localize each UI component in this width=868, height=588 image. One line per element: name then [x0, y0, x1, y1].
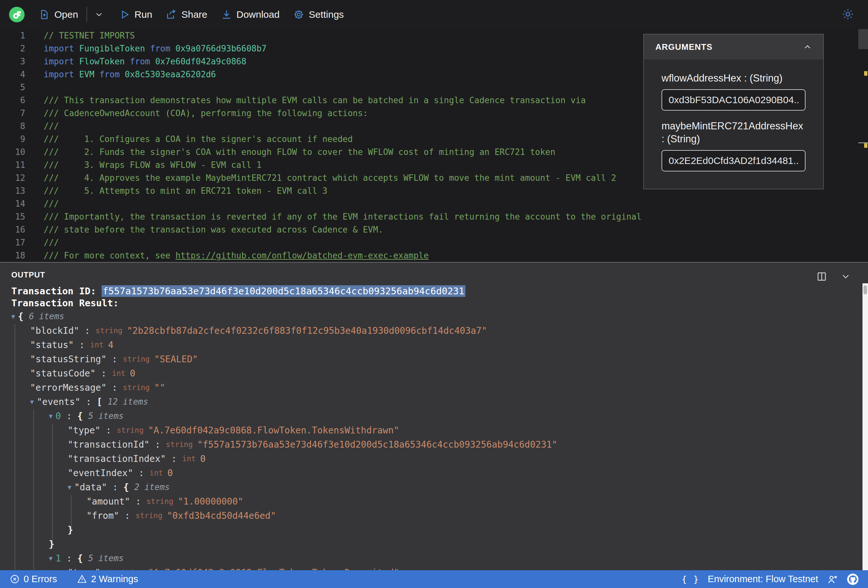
code-line[interactable]: 15/// Importantly, the transaction is re… — [0, 210, 868, 223]
split-panel-icon[interactable] — [816, 271, 827, 282]
scrollbar-thumb[interactable] — [858, 29, 868, 49]
collapse-output-chevron-icon[interactable] — [840, 271, 851, 282]
seg-key: "statusCode" — [30, 368, 96, 379]
seg-typ: int — [112, 369, 130, 377]
code-text: import EVM from 0x8c5303eaa26202d6 — [44, 68, 216, 81]
settings-button[interactable]: Settings — [293, 9, 344, 20]
seg-ty: EVM — [79, 69, 100, 79]
json-row: "type" : string "A.7e60df042a9c0868.Flow… — [0, 565, 858, 570]
code-text: /// state before the transaction was exe… — [44, 223, 383, 236]
transaction-id-label: Transaction ID: — [11, 286, 102, 296]
output-scrollbar-thumb[interactable] — [864, 285, 867, 294]
seg-kw: import — [44, 44, 79, 53]
code-line[interactable]: 16/// state before the transaction was e… — [0, 223, 868, 236]
seg-key: "events" — [37, 396, 80, 407]
open-button[interactable]: Open — [39, 9, 78, 20]
seg-brc: [ — [97, 396, 108, 407]
flow-logo-icon[interactable] — [9, 7, 25, 22]
seg-typ: int — [182, 454, 200, 463]
collapse-caret-icon[interactable]: ▼ — [30, 398, 34, 405]
collapse-caret-icon[interactable]: ▼ — [49, 413, 52, 420]
json-row: ▼0 : { 5 items — [0, 409, 858, 423]
code-text: /// 1. Configures a COA in the signer's … — [44, 133, 353, 146]
seg-ty: 0x7e60df042a9c0868 — [155, 57, 246, 66]
seg-kw: from — [150, 44, 176, 53]
share-button[interactable]: Share — [166, 9, 207, 20]
code-text: import FungibleToken from 0x9a0766d93b66… — [44, 42, 267, 55]
line-number: 12 — [0, 171, 25, 184]
seg-pun: : — [130, 496, 147, 507]
seg-pun: : — [133, 468, 149, 478]
seg-key: "statusString" — [30, 354, 106, 364]
seg-key: "errorMessage" — [30, 382, 106, 393]
seg-brc: { — [123, 482, 134, 492]
seg-str: "0xfd3b4cd50d44e6ed" — [167, 510, 276, 521]
seg-pun: : — [106, 382, 123, 393]
open-dropdown-button[interactable] — [94, 10, 104, 19]
seg-cm: /// Importantly, the transaction is reve… — [44, 212, 641, 221]
line-number: 9 — [0, 133, 25, 146]
json-row: ▼"events" : [ 12 items — [0, 395, 858, 409]
argument-input-maybeMintERC721AddressHex[interactable] — [661, 150, 806, 171]
run-button[interactable]: Run — [120, 9, 152, 20]
github-icon[interactable] — [847, 573, 859, 585]
seg-pun: : — [119, 510, 136, 521]
seg-cm: /// 3. Wraps FLOW as WFLOW - EVM call 1 — [44, 160, 261, 170]
seg-pun: : — [100, 567, 117, 570]
errors-status[interactable]: 0 Errors — [10, 574, 57, 584]
code-text: /// — [44, 120, 59, 133]
seg-str: "" — [154, 382, 165, 393]
code-line[interactable]: 18/// For more context, see https://gith… — [0, 249, 868, 262]
flow-glyph — [11, 9, 22, 20]
feedback-icon[interactable] — [827, 573, 838, 585]
seg-idx: 0 — [55, 411, 61, 421]
json-row: ▼{ 6 items — [0, 309, 858, 323]
environment-label[interactable]: Environment: Flow Testnet — [708, 574, 818, 584]
json-row: "eventIndex" : int 0 — [0, 466, 858, 480]
download-label: Download — [236, 9, 280, 20]
collapse-caret-icon[interactable]: ▼ — [68, 483, 71, 491]
argument-label-wflowAddressHex: wflowAddressHex : (String) — [661, 72, 806, 85]
collapse-caret-icon[interactable]: ▼ — [49, 555, 52, 562]
seg-pun: : — [107, 482, 124, 492]
seg-brc: { — [18, 311, 29, 322]
seg-pun: : — [61, 411, 77, 421]
json-row: "amount" : string "1.00000000" — [0, 494, 858, 508]
seg-num: 0 — [167, 468, 173, 478]
seg-cm: /// 2. Funds the signer's COA with enoug… — [44, 147, 555, 157]
argument-label-maybeMintERC721AddressHex: maybeMintERC721AddressHex : (String) — [661, 120, 806, 146]
json-row: "statusString" : string "SEALED" — [0, 352, 858, 366]
chevron-up-icon[interactable] — [803, 42, 812, 52]
seg-ty: FungibleToken — [79, 44, 150, 53]
theme-toggle-button[interactable] — [841, 8, 855, 21]
arguments-header[interactable]: ARGUMENTS — [644, 34, 823, 59]
argument-input-wflowAddressHex[interactable] — [661, 89, 806, 111]
download-button[interactable]: Download — [221, 9, 280, 20]
seg-kw: from — [99, 69, 125, 79]
code-line[interactable]: 17/// — [0, 236, 868, 249]
collapse-caret-icon[interactable]: ▼ — [11, 313, 15, 320]
code-text: /// 2. Funds the signer's COA with enoug… — [44, 146, 555, 159]
seg-pun: : — [100, 425, 117, 436]
line-number: 15 — [0, 210, 25, 223]
line-number: 7 — [0, 107, 25, 120]
line-number: 3 — [0, 55, 25, 68]
seg-num: 0 — [200, 454, 205, 464]
warning-triangle-icon — [77, 574, 87, 584]
line-number: 13 — [0, 184, 25, 197]
seg-typ: int — [149, 469, 167, 477]
seg-key: "blockId" — [30, 326, 79, 336]
seg-lk[interactable]: https://github.com/onflow/batched-evm-ex… — [176, 251, 429, 260]
code-line[interactable]: 14/// — [0, 197, 868, 210]
code-text: /// 4. Approves the example MaybeMintERC… — [44, 171, 616, 184]
seg-typ: int — [90, 340, 108, 349]
editor-scrollbar[interactable] — [858, 29, 868, 262]
json-row: } — [0, 537, 858, 551]
output-scrollbar[interactable] — [862, 283, 868, 570]
warnings-status[interactable]: 2 Warnings — [77, 574, 138, 584]
transaction-id-value[interactable]: f557a1573b76aa53e73d46f3e10d200d5c18a653… — [102, 285, 465, 297]
seg-typ: string — [123, 383, 154, 392]
line-number: 10 — [0, 146, 25, 159]
run-play-icon — [120, 9, 130, 20]
json-tree: ▼{ 6 items"blockId" : string "2b28cbfb87… — [0, 309, 858, 570]
